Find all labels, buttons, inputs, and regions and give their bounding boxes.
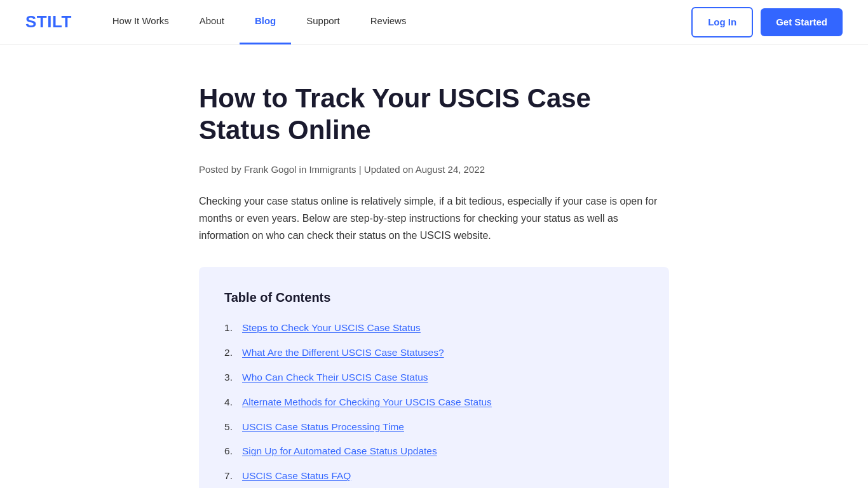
toc-list: Steps to Check Your USCIS Case StatusWha… <box>224 320 644 484</box>
navbar: STILT How It Works About Blog Support Re… <box>0 0 868 44</box>
toc-link-5[interactable]: USCIS Case Status Processing Time <box>242 419 404 435</box>
nav-links: How It Works About Blog Support Reviews <box>97 0 691 44</box>
toc-link-2[interactable]: What Are the Different USCIS Case Status… <box>242 345 444 361</box>
main-content: How to Track Your USCIS Case Status Onli… <box>173 44 695 488</box>
nav-about[interactable]: About <box>184 0 240 44</box>
toc-item: Who Can Check Their USCIS Case Status <box>224 370 644 386</box>
nav-blog[interactable]: Blog <box>240 0 291 44</box>
navbar-actions: Log In Get Started <box>691 7 843 37</box>
toc-item: Alternate Methods for Checking Your USCI… <box>224 395 644 410</box>
article-title: How to Track Your USCIS Case Status Onli… <box>199 83 669 147</box>
site-logo[interactable]: STILT <box>25 9 72 36</box>
toc-link-6[interactable]: Sign Up for Automated Case Status Update… <box>242 444 437 459</box>
toc-item: Steps to Check Your USCIS Case Status <box>224 320 644 336</box>
article-meta: Posted by Frank Gogol in Immigrants | Up… <box>199 162 669 177</box>
nav-support[interactable]: Support <box>291 0 355 44</box>
toc-link-4[interactable]: Alternate Methods for Checking Your USCI… <box>242 395 492 410</box>
get-started-button[interactable]: Get Started <box>761 8 843 36</box>
toc-item: What Are the Different USCIS Case Status… <box>224 345 644 361</box>
toc-item: USCIS Case Status FAQ <box>224 468 644 484</box>
toc-link-3[interactable]: Who Can Check Their USCIS Case Status <box>242 370 428 386</box>
login-button[interactable]: Log In <box>691 7 753 37</box>
article-intro: Checking your case status online is rela… <box>199 193 669 245</box>
table-of-contents: Table of Contents Steps to Check Your US… <box>199 267 669 488</box>
nav-reviews[interactable]: Reviews <box>355 0 422 44</box>
nav-how-it-works[interactable]: How It Works <box>97 0 184 44</box>
toc-title: Table of Contents <box>224 287 644 308</box>
toc-link-1[interactable]: Steps to Check Your USCIS Case Status <box>242 320 421 336</box>
toc-item: USCIS Case Status Processing Time <box>224 419 644 435</box>
toc-item: Sign Up for Automated Case Status Update… <box>224 444 644 459</box>
toc-link-7[interactable]: USCIS Case Status FAQ <box>242 468 351 484</box>
